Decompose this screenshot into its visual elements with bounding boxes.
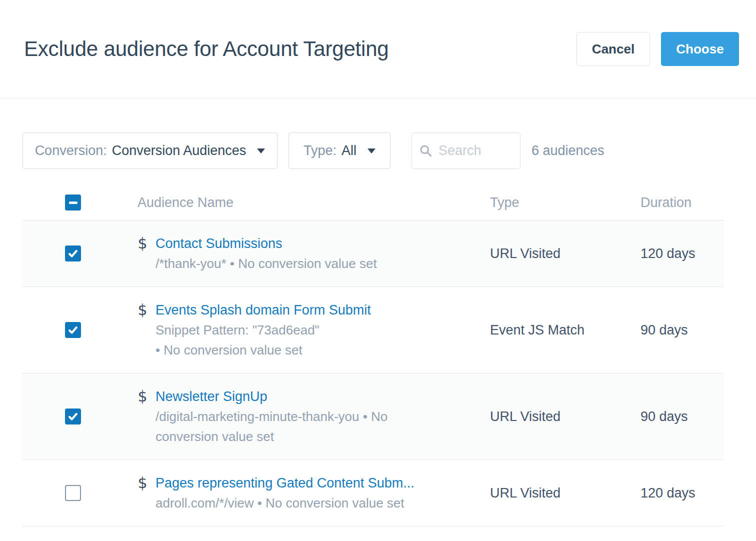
page-title: Exclude audience for Account Targeting xyxy=(24,37,388,61)
audience-type: URL Visited xyxy=(490,486,640,501)
table-row: $ Newsletter SignUp /digital-marketing-m… xyxy=(22,374,724,460)
row-checkbox[interactable] xyxy=(65,246,81,262)
conversion-dollar-icon: $ xyxy=(138,473,148,493)
audience-type: URL Visited xyxy=(490,409,640,424)
audience-duration: 120 days xyxy=(640,486,724,501)
audience-detail: /digital-marketing-minute-thank-you • No xyxy=(156,406,388,426)
audience-type: URL Visited xyxy=(490,246,640,262)
type-filter-label: Type: xyxy=(304,143,336,158)
conversion-filter-dropdown[interactable]: Conversion: Conversion Audiences xyxy=(22,132,278,169)
check-icon xyxy=(68,411,78,422)
table-row: $ Pages representing Gated Content Subm.… xyxy=(22,460,724,526)
column-header-duration: Duration xyxy=(640,195,724,210)
search-box[interactable] xyxy=(412,132,520,169)
audience-detail: conversion value set xyxy=(156,426,388,446)
audience-detail: • No conversion value set xyxy=(156,340,371,360)
row-checkbox[interactable] xyxy=(65,408,81,424)
column-header-type: Type xyxy=(490,195,640,210)
audience-duration: 90 days xyxy=(640,409,724,424)
check-icon xyxy=(68,248,78,259)
audience-duration: 120 days xyxy=(640,246,724,262)
audience-type: Event JS Match xyxy=(490,322,640,338)
type-filter-value: All xyxy=(342,143,356,158)
chevron-down-icon xyxy=(257,148,265,154)
search-input[interactable] xyxy=(438,143,508,158)
audience-count: 6 audiences xyxy=(532,143,604,158)
modal-header: Exclude audience for Account Targeting C… xyxy=(0,0,756,98)
table-header: Audience Name Type Duration xyxy=(22,185,724,220)
row-checkbox[interactable] xyxy=(65,485,81,501)
conversion-dollar-icon: $ xyxy=(138,234,148,254)
check-icon xyxy=(68,324,78,336)
audience-name-link[interactable]: Events Splash domain Form Submit xyxy=(156,300,371,320)
conversion-dollar-icon: $ xyxy=(138,386,148,406)
table-row: $ Events Splash domain Form Submit Snipp… xyxy=(22,287,724,374)
conversion-dollar-icon: $ xyxy=(138,300,148,320)
audience-name-link[interactable]: Pages representing Gated Content Subm... xyxy=(156,473,414,493)
conversion-filter-label: Conversion: xyxy=(35,143,107,158)
audience-table: Audience Name Type Duration $ Contact Su… xyxy=(22,185,724,526)
row-checkbox[interactable] xyxy=(65,322,81,338)
search-icon xyxy=(419,144,432,158)
type-filter-dropdown[interactable]: Type: All xyxy=(288,132,390,169)
audience-detail: adroll.com/*/view • No conversion value … xyxy=(156,493,414,513)
audience-name-link[interactable]: Newsletter SignUp xyxy=(156,386,268,406)
audience-name-link[interactable]: Contact Submissions xyxy=(156,234,282,254)
audience-duration: 90 days xyxy=(640,322,724,338)
audience-detail: Snippet Pattern: "73ad6ead" xyxy=(156,320,371,340)
cancel-button[interactable]: Cancel xyxy=(576,32,650,66)
filter-bar: Conversion: Conversion Audiences Type: A… xyxy=(22,132,756,169)
choose-button[interactable]: Choose xyxy=(661,32,739,66)
chevron-down-icon xyxy=(368,148,376,154)
column-header-audience-name: Audience Name xyxy=(138,195,490,210)
table-row: $ Contact Submissions /*thank-you* • No … xyxy=(22,220,724,287)
audience-detail: /*thank-you* • No conversion value set xyxy=(156,254,377,274)
header-actions: Cancel Choose xyxy=(576,32,739,66)
conversion-filter-value: Conversion Audiences xyxy=(112,143,246,158)
select-all-checkbox[interactable] xyxy=(65,194,81,210)
